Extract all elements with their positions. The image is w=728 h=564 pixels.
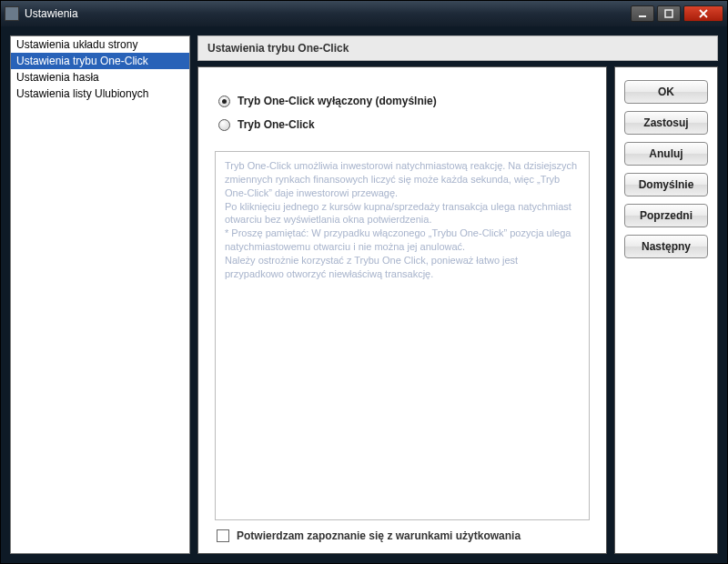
prev-button[interactable]: Poprzedni	[624, 204, 708, 227]
sidebar-item-oneclick[interactable]: Ustawienia trybu One-Click	[11, 53, 189, 69]
confirm-checkbox[interactable]	[217, 529, 229, 542]
ok-button[interactable]: OK	[624, 80, 708, 104]
content-row: Tryb One-Click wyłączony (domyślnie) Try…	[197, 66, 718, 554]
cancel-button[interactable]: Anuluj	[624, 142, 708, 166]
oneclick-radio-group: Tryb One-Click wyłączony (domyślnie) Try…	[215, 84, 590, 151]
default-button[interactable]: Domyślnie	[624, 173, 708, 196]
window-body: Ustawienia układu strony Ustawienia tryb…	[1, 26, 727, 563]
settings-sidebar: Ustawienia układu strony Ustawienia tryb…	[10, 35, 190, 554]
minimize-button[interactable]	[631, 5, 654, 22]
sidebar-item-favorites[interactable]: Ustawienia listy Ulubionych	[11, 86, 189, 102]
svg-rect-0	[639, 15, 646, 17]
svg-rect-1	[665, 10, 672, 17]
buttons-panel: OK Zastosuj Anuluj Domyślnie Poprzedni N…	[614, 66, 718, 554]
radio-label-on: Tryb One-Click	[238, 118, 315, 131]
main-column: Ustawienia trybu One-Click Tryb One-Clic…	[197, 35, 718, 554]
settings-window: Ustawienia Ustawienia układu strony Usta…	[0, 0, 728, 564]
content-panel: Tryb One-Click wyłączony (domyślnie) Try…	[197, 66, 607, 554]
sidebar-item-password[interactable]: Ustawienia hasła	[11, 69, 189, 86]
description-text: Tryb One-Click umożliwia inwestorowi nat…	[215, 151, 590, 520]
close-button[interactable]	[683, 5, 723, 22]
confirm-row: Potwierdzam zapoznanie się z warunkami u…	[215, 520, 590, 542]
apply-button[interactable]: Zastosuj	[624, 111, 708, 135]
radio-icon	[218, 96, 230, 107]
radio-icon	[218, 119, 230, 131]
radio-oneclick-off[interactable]: Tryb One-Click wyłączony (domyślnie)	[218, 89, 586, 113]
radio-label-off: Tryb One-Click wyłączony (domyślnie)	[238, 95, 437, 107]
minimize-icon	[638, 9, 647, 18]
window-controls	[631, 5, 723, 22]
maximize-icon	[664, 9, 673, 18]
close-icon	[698, 9, 709, 18]
content-heading: Ustawienia trybu One-Click	[197, 35, 718, 61]
next-button[interactable]: Następny	[624, 235, 708, 258]
app-icon	[5, 6, 19, 21]
confirm-label: Potwierdzam zapoznanie się z warunkami u…	[237, 529, 521, 542]
titlebar: Ustawienia	[1, 1, 727, 26]
radio-oneclick-on[interactable]: Tryb One-Click	[218, 113, 586, 136]
maximize-button[interactable]	[657, 5, 681, 22]
window-title: Ustawienia	[25, 7, 631, 20]
sidebar-item-layout[interactable]: Ustawienia układu strony	[11, 36, 189, 53]
